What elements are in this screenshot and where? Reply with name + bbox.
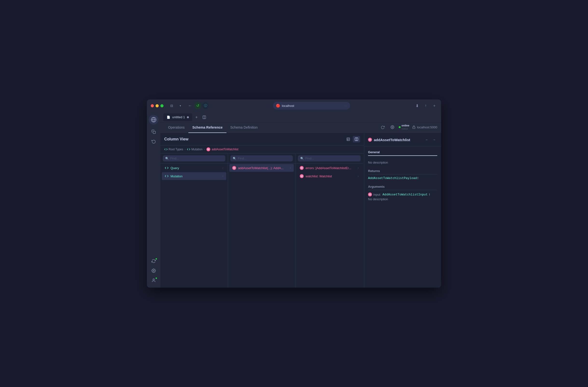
tab-schema-definition[interactable]: Schema Definition <box>227 122 262 133</box>
sidebar-item-sync[interactable] <box>149 257 158 265</box>
list-item[interactable]: Query › <box>162 164 226 172</box>
refresh-schema-button[interactable] <box>379 124 386 130</box>
gear-icon <box>390 125 394 129</box>
file-icon: 📄 <box>167 116 170 119</box>
address-bar[interactable]: 🔴 localhost ··· <box>273 102 350 109</box>
share-icon[interactable]: ↑ <box>423 103 429 108</box>
column-2-items: M addAssetToWatchlist(...): AddA... › <box>228 164 295 288</box>
more-icon: ··· <box>344 104 347 108</box>
svg-point-7 <box>392 127 393 128</box>
column-1-search: 🔍 <box>160 153 228 164</box>
list-item[interactable]: M addAssetToWatchlist(...): AddA... › <box>229 164 294 172</box>
right-panel-title-container: M addAssetToWatchlist <box>368 138 410 142</box>
panel-forward-button[interactable]: → <box>431 137 437 143</box>
breadcrumb-mutation[interactable]: Mutation <box>187 148 202 151</box>
arg-input-item: M input: AddAssetToWatchlistInput ! No d… <box>368 193 437 201</box>
errors-item: M errors: [AddAssetToWatchlistEr... <box>300 166 351 170</box>
panel-back-button[interactable]: ← <box>424 137 430 143</box>
list-item[interactable]: M watchlist: Watchlist › <box>297 172 361 180</box>
mutation-item: Mutation <box>165 174 183 178</box>
favicon-icon: 🔴 <box>276 104 280 108</box>
tab-bar: 📄 untitled 1 + <box>160 112 441 123</box>
columns-container: 🔍 <box>160 153 364 288</box>
status-container: online status <box>399 124 409 130</box>
arg-input-type-link[interactable]: AddAssetToWatchlistInput <box>382 193 428 196</box>
logo-button[interactable] <box>149 115 158 125</box>
new-tab-button[interactable]: + <box>193 114 200 121</box>
table-view-button[interactable] <box>345 136 352 142</box>
column-1-search-input[interactable] <box>170 157 223 160</box>
nav-tab-right: online status localhost:5000 <box>379 124 437 133</box>
returns-title: Returns <box>368 169 437 174</box>
errors-chevron: › <box>358 166 359 170</box>
nav-controls: ← ↺ ⓘ <box>187 102 209 109</box>
add-asset-label: addAssetToWatchlist(...): AddA... <box>238 166 284 170</box>
sidebar-bottom <box>149 257 158 285</box>
sidebar-item-settings[interactable] <box>149 266 158 275</box>
watchlist-chevron: › <box>358 174 359 178</box>
status-online: online <box>401 124 409 127</box>
column-view: Column View <box>160 133 364 288</box>
tab-untitled[interactable]: 📄 untitled 1 <box>163 113 192 121</box>
tab-operations[interactable]: Operations <box>164 122 188 133</box>
column-3-search-input[interactable] <box>305 157 358 160</box>
app-window: ⊟ ▾ ← ↺ ⓘ 🔴 localhost ··· ⬇ ↑ ＋ <box>147 99 441 288</box>
column-3-items: M errors: [AddAssetToWatchlistEr... › M … <box>295 164 363 288</box>
titlebar: ⊟ ▾ ← ↺ ⓘ 🔴 localhost ··· ⬇ ↑ ＋ <box>147 99 441 112</box>
column-3: 🔍 M errors: [AddAssetToWatchlistEr... <box>295 153 363 288</box>
search-icon-2: 🔍 <box>233 157 236 160</box>
add-asset-chevron: › <box>290 166 291 170</box>
split-button[interactable] <box>201 114 208 121</box>
watchlist-item: M watchlist: Watchlist <box>300 174 332 178</box>
search-icon-3: 🔍 <box>300 157 304 160</box>
list-item[interactable]: Mutation › <box>162 172 226 180</box>
download-icon[interactable]: ⬇ <box>414 103 420 108</box>
sidebar-item-copy[interactable] <box>149 127 158 136</box>
arg-input-icon: M <box>368 193 372 196</box>
breadcrumb-root-types[interactable]: Root Types <box>164 148 183 151</box>
svg-rect-8 <box>413 127 415 128</box>
returns-type-link[interactable]: AddAssetToWatchlistPayload <box>368 176 417 180</box>
tab-schema-reference[interactable]: Schema Reference <box>188 122 226 133</box>
table-icon <box>346 137 350 141</box>
arg-input-label: M input: AddAssetToWatchlistInput ! <box>368 193 437 196</box>
root-types-icon <box>164 148 168 151</box>
sidebar-toggle[interactable]: ⊟ ▾ <box>168 103 184 108</box>
minimize-button[interactable] <box>156 104 159 107</box>
sidebar-item-history[interactable] <box>149 137 158 146</box>
maximize-button[interactable] <box>160 104 164 107</box>
column-2-search-input[interactable] <box>238 157 290 160</box>
titlebar-right: ⬇ ↑ ＋ <box>414 103 437 108</box>
refresh-button[interactable]: ↺ <box>194 102 201 109</box>
status-labels: online status <box>401 124 409 130</box>
content-area: 📄 untitled 1 + Operations <box>160 112 441 288</box>
schema-settings-button[interactable] <box>389 124 396 130</box>
arg-input-name: input: <box>373 193 381 196</box>
address-text: localhost <box>282 104 294 108</box>
status-sub: status <box>401 127 409 130</box>
sidebar-item-account[interactable] <box>149 276 158 285</box>
mutation-chevron: › <box>222 174 223 178</box>
copy-icon <box>151 129 156 134</box>
right-panel: M addAssetToWatchlist ← → General <box>364 133 441 288</box>
mutation-breadcrumb-icon <box>187 148 190 151</box>
general-section: General <box>368 150 437 156</box>
info-button[interactable]: ⓘ <box>202 102 209 109</box>
column-view-title: Column View <box>164 137 188 141</box>
panel-mutation-icon: M <box>368 138 372 142</box>
column-3-search-wrap: 🔍 <box>298 155 360 161</box>
tab-label: untitled 1 <box>172 115 185 119</box>
nav-tabs: Operations Schema Reference Schema Defin… <box>160 123 441 133</box>
column-view-button[interactable] <box>353 136 360 142</box>
new-tab-icon[interactable]: ＋ <box>431 103 437 108</box>
back-button[interactable]: ← <box>187 102 193 109</box>
svg-rect-2 <box>153 131 156 134</box>
right-panel-content: General No description Returns AddAssetT… <box>364 147 441 288</box>
close-button[interactable] <box>151 104 154 107</box>
no-description-text: No description <box>368 161 437 164</box>
split-icon <box>202 115 206 119</box>
breadcrumb-sep-1: › <box>185 148 186 151</box>
right-panel-title: addAssetToWatchlist <box>374 138 410 142</box>
breadcrumb-add-asset[interactable]: M addAssetToWatchlist <box>207 148 238 151</box>
list-item[interactable]: M errors: [AddAssetToWatchlistEr... › <box>297 164 361 172</box>
